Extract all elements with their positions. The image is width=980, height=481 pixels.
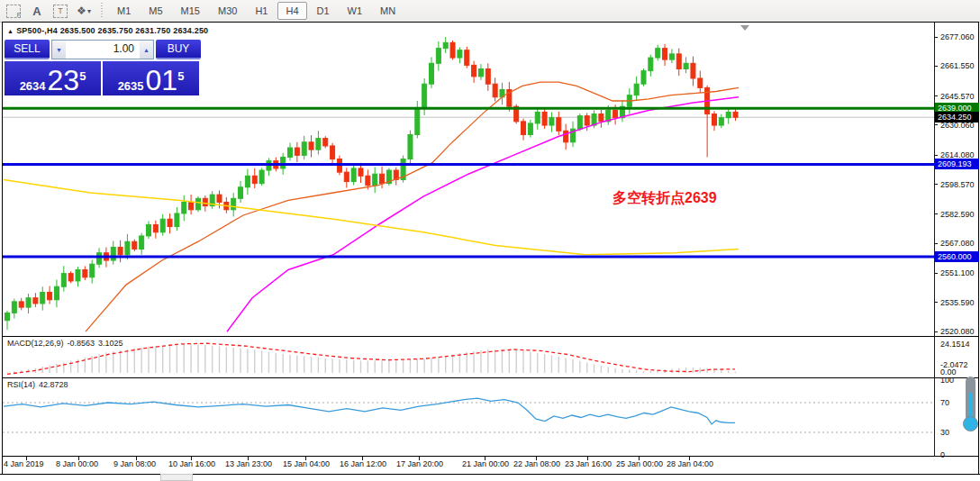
trading-terminal: F A T ❖ ▾ M1M5M15M30H1H4D1W1MN ▲SP500-,H… [0,0,980,481]
price-axis-tick [934,124,938,125]
text-label-tool-icon[interactable]: A [27,3,47,19]
volume-spinner: ▼ 1.00 ▲ [51,40,154,59]
time-axis-tick [536,457,537,460]
timeframe-button-h4[interactable]: H4 [277,2,306,20]
rsi-axis-label: 30 [940,428,949,437]
rsi-axis-label: 70 [940,398,949,407]
price-axis-separator [934,23,935,457]
text-box-tool-icon[interactable]: T [50,3,70,19]
time-axis-label: 10 Jan 16:00 [168,459,215,468]
macd-label: MACD(12,26,9)-0.85633.1025 [7,339,127,348]
price-axis-label: 2567.080 [940,239,975,248]
time-axis-label: 15 Jan 04:00 [283,459,330,468]
price-axis-tick [934,184,938,185]
time-axis-tick [689,457,690,460]
rsi-label: RSI(14)42.8728 [7,380,72,389]
price-axis-label: 2661.550 [940,61,975,70]
one-click-trading-panel: SELL ▼ 1.00 ▲ BUY 2634 23 5 2635 01 5 [5,40,201,95]
price-axis-tick [934,155,938,156]
time-axis-label: 17 Jan 20:00 [396,459,443,468]
dropdown-caret-icon[interactable]: ▾ [87,7,91,15]
price-axis-label: 2645.570 [940,92,975,101]
time-axis-label: 13 Jan 23:00 [225,459,272,468]
timeframe-button-d1[interactable]: D1 [309,2,338,20]
time-axis-tick [419,457,420,460]
time-axis-tick [639,457,640,460]
buy-price-main: 01 [146,68,178,93]
time-axis-tick [78,457,79,460]
time-axis-label: 4 Jan 2019 [4,459,44,468]
price-axis-tick [934,273,938,274]
macd-axis-label: 24.1514 [940,340,970,349]
price-axis-label: 2582.590 [940,210,975,219]
sell-price-pip: 5 [79,63,86,90]
time-axis-tick [26,457,27,460]
time-axis-label: 25 Jan 00:00 [616,459,663,468]
thermometer-icon [963,377,979,434]
buy-button[interactable]: BUY [156,40,201,59]
buy-price-pip: 5 [177,63,184,90]
price-tag: 2560.000 [935,251,979,262]
arrow-objects-tool-icon[interactable]: ❖ ▾ [74,3,94,19]
price-axis-tick [934,302,938,303]
time-axis-tick [248,457,249,460]
price-axis-tick [934,331,938,332]
price-axis-tick [934,95,938,96]
price-axis-label: 2551.100 [940,268,975,277]
time-axis-tick [485,457,485,460]
timeframe-button-mn[interactable]: MN [372,2,404,20]
volume-input[interactable]: 1.00 [66,41,140,59]
sell-price-prefix: 2634 [20,80,46,93]
time-axis-tick [305,457,306,460]
scrollbar-thumb[interactable] [160,474,193,481]
horizontal-scrollbar[interactable] [0,474,980,481]
price-axis-tick [934,37,938,38]
rsi-axis-label: 100 [940,376,954,385]
timeframe-button-m30[interactable]: M30 [210,2,245,20]
rsi-axis-label: 0 [940,450,945,459]
sell-price-display[interactable]: 2634 23 5 [5,61,101,95]
chart-title: ▲SP500-,H4 2635.500 2635.750 2631.750 26… [7,26,208,35]
rsi-indicator-pane[interactable] [3,378,934,456]
symbol-marker-icon: ▲ [7,28,14,34]
time-axis-label: 22 Jan 08:00 [513,459,560,468]
toolbar: F A T ❖ ▾ M1M5M15M30H1H4D1W1MN [0,0,980,23]
time-axis-tick [587,457,588,460]
time-axis-label: 16 Jan 12:00 [340,459,386,468]
crosshair-frame-tool-icon[interactable]: F [4,3,23,19]
chart-shift-marker-icon[interactable] [740,25,749,31]
price-axis-label: 2520.080 [940,327,975,336]
time-axis-label: 9 Jan 08:00 [113,459,156,468]
time-axis-label: 21 Jan 00:00 [462,459,509,468]
price-axis-label: 2598.570 [940,180,975,189]
volume-decrease-button[interactable]: ▼ [52,41,66,59]
timeframe-button-m1[interactable]: M1 [109,2,139,20]
sell-price-main: 23 [48,68,80,93]
price-axis-label: 2677.060 [940,32,975,41]
time-axis-label: 8 Jan 00:00 [56,459,98,468]
timeframe-button-m15[interactable]: M15 [173,2,208,20]
pane-separator-rsi-bottom [2,456,978,457]
chart-text-annotation: 多空转折点2639 [612,189,717,208]
time-axis-tick [136,457,137,460]
price-tag: 2609.193 [935,159,979,169]
price-axis-tick [934,243,938,244]
timeframe-button-h1[interactable]: H1 [247,2,276,20]
toolbar-separator [101,3,103,19]
buy-price-prefix: 2635 [118,80,144,93]
timeframe-button-w1[interactable]: W1 [340,2,371,20]
price-axis-tick [934,66,938,67]
timeframe-button-m5[interactable]: M5 [141,2,170,20]
time-axis-label: 23 Jan 16:00 [565,459,612,468]
time-axis-label: 28 Jan 04:00 [667,459,713,468]
macd-indicator-pane[interactable] [3,337,934,377]
volume-increase-button[interactable]: ▲ [140,41,153,59]
time-axis-tick [362,457,363,460]
price-tag: 2634.250 [935,112,979,123]
price-axis-label: 2535.590 [940,298,975,307]
price-axis-tick [934,213,938,214]
buy-price-display[interactable]: 2635 01 5 [103,61,199,95]
time-axis-tick [191,457,192,460]
sell-button[interactable]: SELL [5,40,50,59]
